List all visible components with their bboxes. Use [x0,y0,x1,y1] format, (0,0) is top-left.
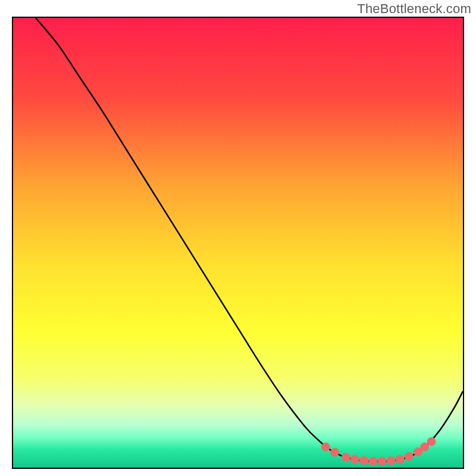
marker-dot [405,452,413,461]
marker-dot [387,456,395,465]
watermark-text: TheBottleneck.com [357,1,471,17]
marker-dot [369,457,377,465]
marker-dot [351,455,359,464]
marker-dot [396,455,404,464]
background-gradient [13,18,463,468]
marker-dot [360,456,368,465]
marker-dot [427,437,436,446]
plot-area [12,17,464,469]
marker-dot [378,457,386,465]
marker-dot [421,443,429,451]
marker-dot [321,443,330,451]
chart-frame: TheBottleneck.com [0,0,476,476]
chart-svg [13,18,463,468]
marker-dot [331,448,339,456]
marker-dot [342,453,350,462]
